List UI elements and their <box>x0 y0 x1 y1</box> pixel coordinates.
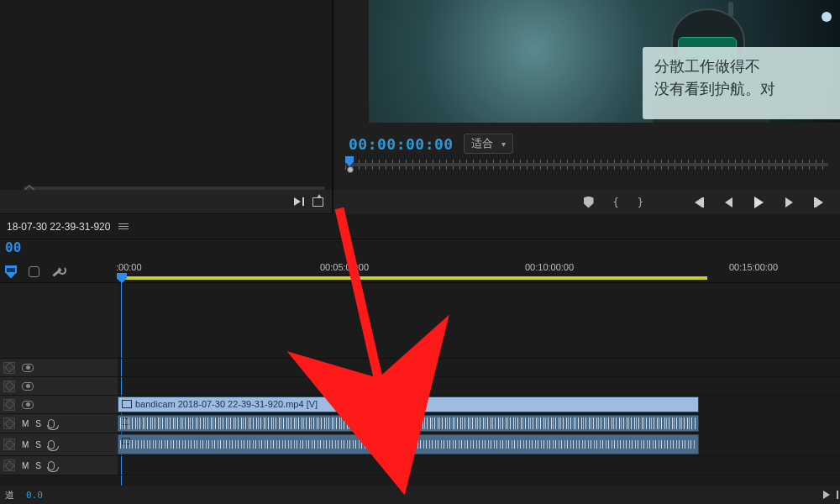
play-button[interactable] <box>753 197 764 208</box>
eye-icon[interactable] <box>22 364 34 372</box>
waveform <box>120 417 696 429</box>
track-toggle-icon[interactable] <box>3 438 15 450</box>
ruler-label-0: :00:00 <box>116 262 142 272</box>
tracks-spacer <box>0 283 840 359</box>
eye-icon[interactable] <box>22 401 34 409</box>
go-to-in-button[interactable] <box>692 197 704 208</box>
mute-button[interactable]: M <box>22 461 29 470</box>
program-preview[interactable]: 分散工作做得不 没有看到护航。对 <box>369 0 840 123</box>
top-area: 分散工作做得不 没有看到护航。对 00:00:00:00 适合 ▾ { } <box>0 0 840 214</box>
overwrite-icon[interactable] <box>312 197 323 207</box>
panel-menu-icon[interactable] <box>118 223 129 229</box>
snap-toggle[interactable] <box>5 265 17 279</box>
settings-icon[interactable] <box>51 266 63 278</box>
program-timecode-row: 00:00:00:00 适合 ▾ <box>349 134 825 153</box>
scrubber-handle[interactable] <box>347 166 354 173</box>
step-forward-button[interactable] <box>783 197 795 208</box>
video-track-1[interactable]: bandicam 2018-07-30 22-39-31-920.mp4 [V] <box>0 396 840 414</box>
tracks: bandicam 2018-07-30 22-39-31-920.mp4 [V]… <box>0 283 840 504</box>
mic-icon[interactable] <box>48 461 55 470</box>
ruler-label-3: 00:15:00:00 <box>729 262 778 272</box>
clip-label: bandicam 2018-07-30 22-39-31-920.mp4 [V] <box>122 399 318 409</box>
source-transport <box>0 190 332 213</box>
audio-track-2[interactable]: M S <box>0 433 840 456</box>
subtitle-line-1: 分散工作做得不 <box>654 55 835 78</box>
zoom-fit-label: 适合 <box>471 136 493 151</box>
track-toggle-icon[interactable] <box>3 459 15 471</box>
go-to-out-button[interactable] <box>813 197 825 208</box>
audio-track-1[interactable]: M S <box>0 414 840 433</box>
solo-button[interactable]: S <box>35 419 41 428</box>
mic-icon[interactable] <box>48 440 55 449</box>
timeline-timecode[interactable]: 00 <box>5 239 21 255</box>
timeline-header: 18-07-30 22-39-31-920 <box>0 214 840 239</box>
eye-icon[interactable] <box>22 382 34 391</box>
ruler-label-2: 00:10:00:00 <box>525 262 574 272</box>
play-icon <box>754 197 764 208</box>
subtitle-box: 分散工作做得不 没有看到护航。对 <box>643 47 840 119</box>
ruler-label-1: 00:05:00:00 <box>320 262 369 272</box>
master-label: 道 <box>5 489 14 501</box>
mark-in-button[interactable]: { <box>613 197 619 208</box>
sequence-name[interactable]: 18-07-30 22-39-31-920 <box>7 221 110 233</box>
scrubber-rail <box>345 163 828 166</box>
timeline-tools <box>0 261 118 282</box>
video-track-3[interactable] <box>0 359 840 377</box>
program-transport: { } <box>333 190 840 214</box>
mark-out-button[interactable]: } <box>638 197 643 208</box>
program-scrubber[interactable] <box>345 156 828 173</box>
go-to-out-icon <box>816 197 823 207</box>
program-timecode[interactable]: 00:00:00:00 <box>349 135 454 153</box>
add-marker-button[interactable] <box>583 197 595 208</box>
time-ruler[interactable]: :00:00 00:05:00:00 00:10:00:00 00:15:00:… <box>118 261 840 282</box>
master-track-bar: 道 0.0 <box>0 486 840 504</box>
timeline-panel: 18-07-30 22-39-31-920 00 :00:00 00:05:00… <box>0 214 840 504</box>
subtitle-line-2: 没有看到护航。对 <box>654 78 835 101</box>
audio-clip-1[interactable] <box>118 415 699 432</box>
program-panel: 分散工作做得不 没有看到护航。对 00:00:00:00 适合 ▾ { } <box>333 0 840 213</box>
track-toggle-icon[interactable] <box>3 381 15 392</box>
insert-icon[interactable] <box>294 197 304 206</box>
mute-button[interactable]: M <box>22 440 29 449</box>
video-track-2[interactable] <box>0 377 840 396</box>
step-back-button[interactable] <box>722 197 734 208</box>
video-clip[interactable]: bandicam 2018-07-30 22-39-31-920.mp4 [V] <box>118 396 699 412</box>
work-area-bar[interactable] <box>118 276 707 280</box>
track-toggle-icon[interactable] <box>3 417 15 429</box>
mute-button[interactable]: M <box>22 419 29 428</box>
audio-clip-2[interactable] <box>118 434 699 454</box>
timeline-timecode-row: 00 <box>0 239 840 261</box>
master-value[interactable]: 0.0 <box>26 490 43 501</box>
mic-icon[interactable] <box>48 419 55 428</box>
audio-track-3[interactable]: M S <box>0 456 840 475</box>
ruler-row: :00:00 00:05:00:00 00:10:00:00 00:15:00:… <box>0 261 840 283</box>
linked-selection-toggle[interactable] <box>29 266 39 277</box>
source-panel <box>0 0 333 213</box>
step-forward-icon <box>785 197 793 207</box>
waveform <box>120 440 696 449</box>
go-to-in-icon <box>695 197 702 207</box>
track-toggle-icon[interactable] <box>3 399 15 411</box>
step-back-icon <box>725 197 732 207</box>
timeline-playhead[interactable] <box>117 273 127 283</box>
marker-icon <box>584 197 594 208</box>
solo-button[interactable]: S <box>35 440 41 449</box>
chevron-down-icon: ▾ <box>501 139 506 149</box>
solo-button[interactable]: S <box>35 461 41 470</box>
zoom-fit-dropdown[interactable]: 适合 ▾ <box>464 134 513 154</box>
skip-to-end-icon[interactable] <box>823 491 830 499</box>
track-toggle-icon[interactable] <box>3 362 15 374</box>
